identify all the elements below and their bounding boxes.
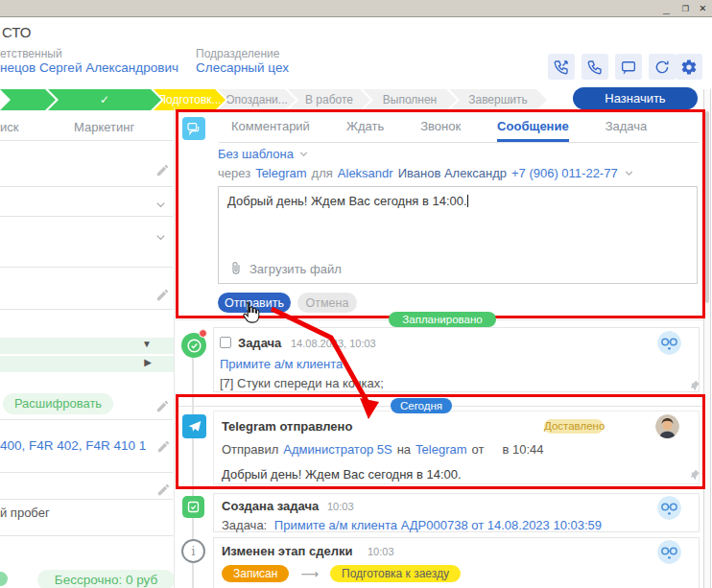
status-dot xyxy=(0,572,8,586)
divider xyxy=(174,107,175,588)
dropdown-field[interactable] xyxy=(154,230,168,245)
gear-icon xyxy=(680,59,698,76)
stage-vypolnen[interactable]: Выполнен xyxy=(363,89,457,110)
tree-row-collapsed[interactable]: ▶ xyxy=(0,356,175,372)
channel-link[interactable]: Telegram xyxy=(255,166,306,180)
edit-field-button[interactable] xyxy=(155,288,170,302)
stage-podgotovka[interactable]: Подготовк... xyxy=(154,89,225,110)
recipient-name[interactable]: Иванов Александр xyxy=(398,166,507,180)
tab-message[interactable]: Сообщение xyxy=(497,119,569,142)
close-icon[interactable]: ✕ xyxy=(700,1,706,14)
dropdown-field[interactable] xyxy=(154,198,168,212)
message-textarea[interactable]: Добрый день! Ждем Вас сегодня в 14:00. З… xyxy=(218,186,698,284)
responsible-label: етственный xyxy=(0,47,62,60)
telegram-meta: Отправил Администратор 5S на Telegram от… xyxy=(222,442,544,457)
channel-link[interactable]: Telegram xyxy=(415,442,466,457)
edit-field-button[interactable] xyxy=(156,439,171,454)
refresh-button[interactable] xyxy=(649,54,676,80)
message-text: Добрый день! Ждем Вас сегодня в 14:00. xyxy=(227,194,467,208)
window-titlebar: _ ❐ ✕ xyxy=(0,0,712,17)
divider xyxy=(0,186,173,187)
template-value[interactable]: Без шаблона xyxy=(218,147,294,161)
tab-wait[interactable]: Ждать xyxy=(346,119,384,142)
stage-opozdanie[interactable]: Опоздани... xyxy=(218,89,296,110)
sender-link[interactable]: Администратор 5S xyxy=(283,442,392,457)
department-value[interactable]: Слесарный цех xyxy=(196,60,289,75)
triangle-down-icon: ▼ xyxy=(142,339,152,349)
send-button[interactable]: Отправить xyxy=(218,293,291,313)
text-caret xyxy=(467,195,468,207)
pencil-icon xyxy=(155,288,170,302)
delivered-badge: Доставлено xyxy=(544,419,604,434)
engine-codes-link[interactable]: 400, F4R 402, F4R 410 1 xyxy=(0,438,146,453)
phone-icon xyxy=(586,59,604,76)
edit-field-button[interactable] xyxy=(156,482,171,497)
stage-zavershit[interactable]: Завершить xyxy=(449,89,547,110)
tree-row-expanded[interactable]: ▼ xyxy=(0,338,175,354)
recipient-row: через Telegram для Aleksandr Иванов Алек… xyxy=(218,166,635,180)
paperclip-icon xyxy=(228,261,244,276)
stage-done-1[interactable] xyxy=(0,89,56,110)
stage-from-badge: Записан xyxy=(222,565,289,582)
divider xyxy=(0,535,173,536)
stage-to-badge: Подготовка к заезду xyxy=(330,565,461,582)
tab-comment[interactable]: Комментарий xyxy=(231,119,310,142)
maximize-icon[interactable]: ❐ xyxy=(682,1,689,14)
arrow-right-icon: ⟶ xyxy=(300,567,319,581)
mileage-label: й пробег xyxy=(0,506,50,520)
task-link[interactable]: Примите а/м клиента xyxy=(220,357,343,371)
task-checkbox[interactable] xyxy=(220,337,231,348)
sidebar-tab-search[interactable]: иск xyxy=(0,120,18,134)
recipient-nick[interactable]: Aleksandr xyxy=(338,166,393,180)
created-task-link[interactable]: Примите а/м клиента АДР000738 от 14.08.2… xyxy=(274,518,602,532)
pushpin-icon xyxy=(688,380,700,392)
cancel-button[interactable]: Отмена xyxy=(297,293,357,313)
sidebar-tab-marketing[interactable]: Маркетинг xyxy=(74,120,134,134)
timeline-entry-stage: Изменен этап сделки 10:03 Записан ⟶ Подг… xyxy=(213,537,700,588)
paper-plane-icon xyxy=(187,419,202,435)
pushpin-icon xyxy=(688,469,700,482)
divider xyxy=(0,309,173,310)
scrollbar-thumb[interactable] xyxy=(705,111,709,303)
minimize-icon[interactable]: _ xyxy=(663,1,670,14)
chat-button[interactable] xyxy=(615,54,642,80)
created-prefix: Задача: xyxy=(222,518,267,532)
tab-call[interactable]: Звонок xyxy=(420,119,461,142)
responsible-value[interactable]: нецов Сергей Александрович xyxy=(0,60,178,75)
chevron-down-icon xyxy=(154,198,168,212)
decrypt-badge[interactable]: Расшифровать xyxy=(3,393,113,414)
settings-button[interactable] xyxy=(676,54,702,80)
composer-tabs: Комментарий Ждать Звонок Сообщение Задач… xyxy=(219,119,699,143)
chevron-down-icon xyxy=(623,167,635,179)
entry-title: Изменен этап сделки xyxy=(222,544,352,558)
entry-title: Создана задача xyxy=(222,499,319,513)
upload-label: Загрузить файл xyxy=(249,262,342,276)
upload-file-button[interactable]: Загрузить файл xyxy=(228,261,342,276)
tab-task[interactable]: Задача xyxy=(605,119,648,142)
pencil-icon xyxy=(156,482,171,497)
task-note: [7] Стуки спереди на кочках; xyxy=(220,376,384,390)
stage-v-rabote[interactable]: В работе xyxy=(288,89,370,110)
outgoing-call-button[interactable] xyxy=(548,54,575,80)
stage-done-2[interactable]: ✓ xyxy=(48,89,161,110)
pin-icon[interactable] xyxy=(688,380,700,392)
edit-field-button[interactable] xyxy=(155,163,170,177)
for-label: для xyxy=(312,166,333,180)
stage-change-row: Записан ⟶ Подготовка к заезду xyxy=(222,565,461,582)
communication-mode-icon[interactable] xyxy=(182,117,205,140)
assign-button[interactable]: Назначить xyxy=(573,87,698,109)
call-button[interactable] xyxy=(581,54,608,80)
entry-datetime: 14.08.2023, 10:03 xyxy=(291,338,376,349)
recipient-phone[interactable]: +7 (906) 011-22-77 xyxy=(511,166,618,180)
page-title: СТО xyxy=(2,24,32,40)
phone-outgoing-icon xyxy=(553,59,570,76)
avatar xyxy=(657,540,681,564)
pin-icon[interactable] xyxy=(688,469,700,482)
template-selector[interactable]: Без шаблона xyxy=(218,147,310,161)
divider xyxy=(0,140,173,141)
bot-avatar-icon xyxy=(657,331,681,355)
info-icon: i xyxy=(181,539,205,563)
sent-label: Отправил xyxy=(222,442,278,457)
edit-field-button[interactable] xyxy=(155,399,170,413)
forever-badge: Бессрочно: 0 руб xyxy=(37,570,175,588)
